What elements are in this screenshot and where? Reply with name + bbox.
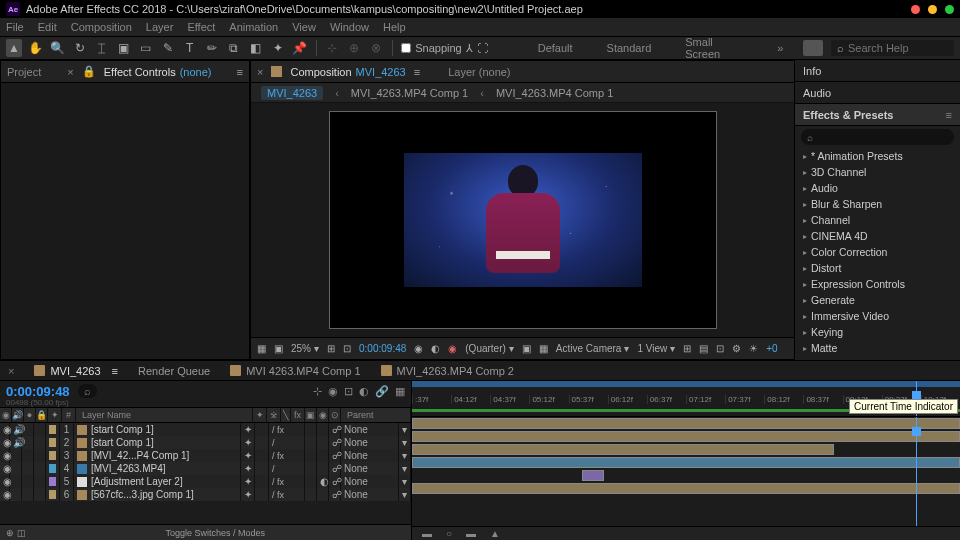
minimize-window[interactable]: [928, 5, 937, 14]
visibility-toggle[interactable]: ◉: [0, 462, 10, 475]
local-axis-icon[interactable]: ⊹: [324, 39, 340, 57]
region-icon[interactable]: ▣: [522, 343, 531, 354]
tl-icon[interactable]: ◐: [359, 385, 369, 398]
resolution-icon[interactable]: ⊞: [327, 343, 335, 354]
lock-toggle[interactable]: [34, 449, 46, 462]
parent-select[interactable]: None: [341, 449, 399, 462]
menu-help[interactable]: Help: [383, 21, 406, 33]
workspace-default[interactable]: Default: [524, 42, 587, 54]
tl-footer-icon[interactable]: ⊕ ◫: [6, 528, 26, 538]
tl-icon[interactable]: 🔗: [375, 385, 389, 398]
solo-toggle[interactable]: [22, 436, 34, 449]
view-axis-icon[interactable]: ⊗: [368, 39, 384, 57]
audio-toggle[interactable]: [10, 488, 22, 501]
quality-select[interactable]: (Quarter) ▾: [465, 343, 514, 354]
camera-select[interactable]: Active Camera ▾: [556, 343, 630, 354]
preset-category[interactable]: Expression Controls: [795, 276, 960, 292]
workspace-standard[interactable]: Standard: [593, 42, 666, 54]
parent-select[interactable]: None: [341, 475, 399, 488]
visibility-toggle[interactable]: ◉: [0, 436, 10, 449]
layer-name[interactable]: [567cfc...3.jpg Comp 1]: [74, 488, 241, 501]
timeline-tab-0[interactable]: MVI_4263≡: [34, 365, 118, 377]
preset-category[interactable]: * Animation Presets: [795, 148, 960, 164]
layer-row[interactable]: ◉3[MVI_42...P4 Comp 1]✦/ fx☍None▾: [0, 449, 411, 462]
solo-toggle[interactable]: [22, 449, 34, 462]
layer-row[interactable]: ◉5[Adjustment Layer 2]✦/ fx◐☍None▾: [0, 475, 411, 488]
workspace-more-icon[interactable]: »: [763, 42, 797, 54]
timeline-timecode[interactable]: 0:00:09:48: [6, 384, 70, 399]
timeline-tab-3[interactable]: MVI_4263.MP4 Comp 2: [381, 365, 514, 377]
parent-select[interactable]: None: [341, 462, 399, 475]
lock-toggle[interactable]: [34, 423, 46, 436]
layer-name[interactable]: [Adjustment Layer 2]: [74, 475, 241, 488]
snapping-checkbox[interactable]: [401, 43, 411, 53]
audio-panel-header[interactable]: Audio: [795, 82, 960, 104]
snapping-toggle[interactable]: Snapping ⅄ ⛶: [401, 42, 488, 55]
selection-tool[interactable]: ▲: [6, 39, 22, 57]
parent-select[interactable]: None: [341, 423, 399, 436]
type-tool[interactable]: T: [182, 39, 198, 57]
tl-icon[interactable]: ⊡: [344, 385, 353, 398]
help-search[interactable]: ⌕: [831, 40, 954, 56]
rect-tool[interactable]: ▭: [138, 39, 154, 57]
view-opt1-icon[interactable]: ⊞: [683, 343, 691, 354]
view-opt4-icon[interactable]: ⚙: [732, 343, 741, 354]
clone-tool[interactable]: ⧉: [226, 39, 242, 57]
menu-effect[interactable]: Effect: [187, 21, 215, 33]
parent-select[interactable]: None: [341, 488, 399, 501]
comp-panel-menu-icon[interactable]: ≡: [414, 66, 420, 78]
audio-toggle[interactable]: [10, 475, 22, 488]
menu-edit[interactable]: Edit: [38, 21, 57, 33]
menu-view[interactable]: View: [292, 21, 316, 33]
subtab-0[interactable]: MVI_4263: [261, 86, 323, 100]
preset-category[interactable]: Audio: [795, 180, 960, 196]
project-tab[interactable]: Project: [7, 66, 41, 78]
snap-opt2-icon[interactable]: ⛶: [477, 42, 488, 54]
tl-icon[interactable]: ⊹: [313, 385, 322, 398]
layer-row[interactable]: ◉🔊2[start Comp 1]✦/☍None▾: [0, 436, 411, 449]
view-select[interactable]: 1 View ▾: [637, 343, 675, 354]
audio-toggle[interactable]: 🔊: [10, 423, 22, 436]
lock-toggle[interactable]: [34, 436, 46, 449]
preset-category[interactable]: Matte: [795, 340, 960, 356]
subtab-1[interactable]: MVI_4263.MP4 Comp 1: [351, 87, 468, 99]
preset-category[interactable]: Blur & Sharpen: [795, 196, 960, 212]
show-channel-icon[interactable]: ◐: [431, 343, 440, 354]
pan-behind-tool[interactable]: ▣: [116, 39, 132, 57]
exposure-value[interactable]: +0: [766, 343, 777, 354]
snapshot-icon[interactable]: ◉: [414, 343, 423, 354]
alpha-icon[interactable]: ▦: [257, 343, 266, 354]
audio-toggle[interactable]: 🔊: [10, 436, 22, 449]
composition-tab[interactable]: Composition MVI_4263: [290, 66, 405, 78]
layer-bars[interactable]: [412, 417, 960, 526]
timeline-tab-1[interactable]: Render Queue: [138, 365, 210, 377]
solo-toggle[interactable]: [22, 423, 34, 436]
exposure-icon[interactable]: ☀: [749, 343, 758, 354]
audio-toggle[interactable]: [10, 449, 22, 462]
snap-opt1-icon[interactable]: ⅄: [466, 42, 473, 55]
menu-file[interactable]: File: [6, 21, 24, 33]
preset-category[interactable]: Keying: [795, 324, 960, 340]
brush-tool[interactable]: ✏: [204, 39, 220, 57]
subtab-2[interactable]: MVI_4263.MP4 Comp 1: [496, 87, 613, 99]
timeline-search-icon[interactable]: ⌕: [78, 384, 97, 398]
layer-name[interactable]: [start Comp 1]: [74, 436, 241, 449]
lock-icon[interactable]: 🔒: [82, 65, 96, 78]
lock-toggle[interactable]: [34, 462, 46, 475]
workspace-switcher[interactable]: [803, 40, 823, 56]
layer-tab[interactable]: Layer (none): [448, 66, 510, 78]
toggle-switches[interactable]: ⊕ ◫ Toggle Switches / Modes: [0, 524, 411, 540]
solo-toggle[interactable]: [22, 488, 34, 501]
parent-select[interactable]: None: [341, 436, 399, 449]
menu-layer[interactable]: Layer: [146, 21, 174, 33]
view-opt2-icon[interactable]: ▤: [699, 343, 708, 354]
layer-name[interactable]: [MVI_42...P4 Comp 1]: [74, 449, 241, 462]
close-window[interactable]: [911, 5, 920, 14]
preset-category[interactable]: Immersive Video: [795, 308, 960, 324]
mask-icon[interactable]: ▣: [274, 343, 283, 354]
menu-window[interactable]: Window: [330, 21, 369, 33]
preset-category[interactable]: 3D Channel: [795, 164, 960, 180]
timeline-zoom-bar[interactable]: ▬○▬▲: [412, 526, 960, 540]
tl-icon[interactable]: ◉: [328, 385, 338, 398]
transparency-icon[interactable]: ▦: [539, 343, 548, 354]
